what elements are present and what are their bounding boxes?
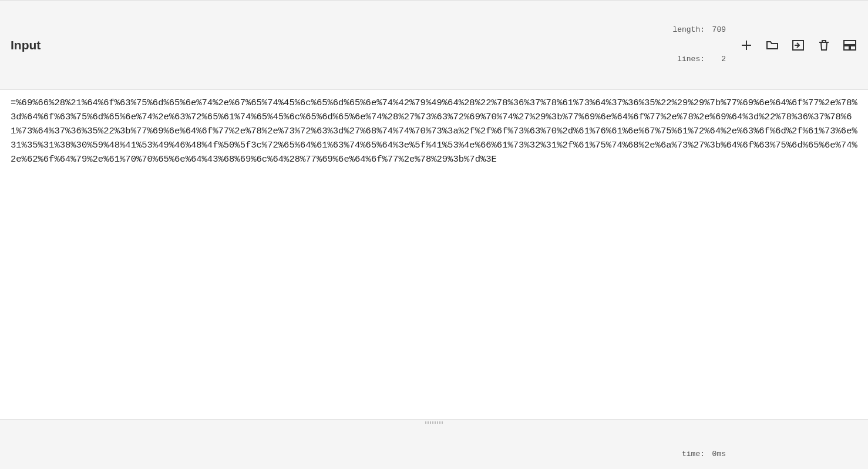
input-toolbar	[739, 38, 857, 53]
input-title: Input	[11, 38, 41, 52]
input-stats: length: 709 lines: 2	[672, 5, 726, 85]
output-stats: time: 0ms length: 236 lines: 1	[672, 430, 726, 469]
clear-io-button[interactable]	[816, 38, 832, 53]
svg-rect-2	[844, 46, 849, 50]
reset-layout-button[interactable]	[842, 38, 857, 53]
new-tab-button[interactable]	[739, 38, 754, 53]
input-lines-label: lines:	[677, 55, 705, 65]
input-length-value: 709	[708, 25, 726, 35]
input-lines-value: 2	[708, 55, 726, 65]
svg-rect-1	[844, 41, 856, 45]
input-header: Input length: 709 lines: 2	[0, 0, 868, 90]
open-file-button[interactable]	[790, 38, 806, 53]
svg-rect-3	[850, 46, 856, 50]
input-panel: Input length: 709 lines: 2	[0, 0, 868, 419]
output-time-label: time:	[682, 450, 705, 460]
output-header: Output time: 0ms length: 236 lines: 1	[0, 425, 868, 469]
input-text[interactable]: =%69%66%28%21%64%6f%63%75%6d%65%6e%74%2e…	[0, 90, 868, 419]
input-length-label: length:	[672, 25, 705, 35]
open-folder-button[interactable]	[765, 38, 780, 53]
pane-divider[interactable]	[0, 419, 868, 425]
output-time-value: 0ms	[708, 450, 726, 460]
output-panel: Output time: 0ms length: 236 lines: 1	[0, 425, 868, 469]
